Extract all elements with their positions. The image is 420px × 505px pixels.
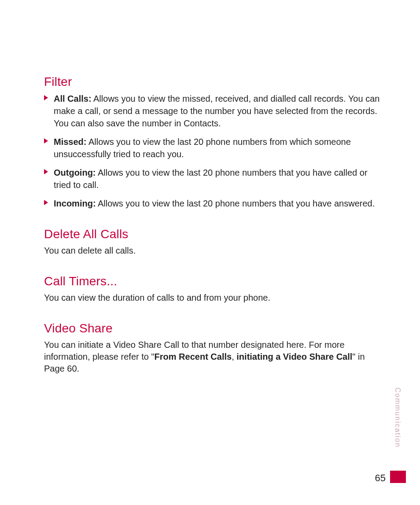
item-label: Missed:	[54, 137, 86, 147]
bullet-arrow-icon	[44, 138, 48, 144]
item-text: Allows you to view the last 20 phone num…	[54, 168, 368, 190]
bullet-arrow-icon	[44, 169, 48, 174]
item-text: Allows you to view the last 20 phone num…	[54, 137, 351, 159]
heading-video-share: Video Share	[44, 321, 380, 335]
manual-page: Filter All Calls: Allows you to view the…	[0, 0, 420, 505]
page-number: 65	[375, 472, 386, 484]
section-tab-bar	[390, 471, 406, 483]
list-item: Incoming: Allows you to view the last 20…	[44, 197, 380, 210]
call-timers-body: You can view the duration of calls to an…	[44, 292, 380, 304]
heading-delete-all-calls: Delete All Calls	[44, 227, 380, 241]
item-text: Allows you to view the last 20 phone num…	[96, 199, 375, 208]
item-label: Outgoing:	[54, 168, 96, 177]
item-text: Allows you to view the missed, received,…	[54, 94, 379, 128]
video-share-body: You can initiate a Video Share Call to t…	[44, 339, 380, 375]
video-share-sep: ,	[232, 352, 236, 361]
delete-all-body: You can delete all calls.	[44, 245, 380, 257]
item-label: All Calls:	[54, 94, 92, 103]
video-share-bold1: From Recent Calls	[155, 352, 232, 361]
list-item: All Calls: Allows you to view the missed…	[44, 92, 380, 129]
item-label: Incoming:	[54, 199, 96, 208]
heading-call-timers: Call Timers...	[44, 274, 380, 288]
bullet-arrow-icon	[44, 200, 48, 205]
section-tab-label: Communication	[393, 387, 402, 458]
list-item: Outgoing: Allows you to view the last 20…	[44, 166, 380, 191]
list-item: Missed: Allows you to view the last 20 p…	[44, 136, 380, 160]
filter-list: All Calls: Allows you to view the missed…	[44, 92, 380, 210]
bullet-arrow-icon	[44, 95, 48, 100]
heading-filter: Filter	[44, 75, 380, 89]
video-share-bold2: initiating a Video Share Call	[236, 352, 352, 361]
